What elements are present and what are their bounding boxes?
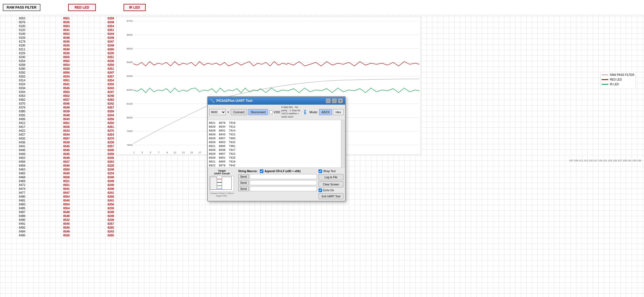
macro-input-1[interactable] <box>250 174 317 179</box>
ir-data-cell: 8265 <box>89 233 133 237</box>
legend-red-color <box>602 79 608 80</box>
raw-data-cell: 8459 <box>0 164 44 167</box>
scrollbar[interactable] <box>341 120 345 167</box>
raw-data-cell: 8076 <box>0 20 44 24</box>
red-data-cell: 8526 <box>44 233 89 237</box>
mode-label: Mode: <box>309 110 318 114</box>
ir-led-label: IR LED <box>124 4 146 11</box>
send-button-3[interactable]: Send <box>238 186 249 191</box>
help-icon[interactable]: ? <box>304 110 306 115</box>
close-button[interactable]: ✕ <box>338 98 343 103</box>
raw-data-cell: 8280 <box>0 67 44 71</box>
red-data-cell: 8540 <box>44 171 89 175</box>
svg-text:8500: 8500 <box>127 47 133 50</box>
ir-data-cell: 8265 <box>89 226 133 229</box>
raw-data-cell: 8254 <box>0 59 44 63</box>
red-data-cell: 8541 <box>44 82 89 86</box>
echo-on-checkbox[interactable] <box>319 188 322 192</box>
raw-data-cell: 8483 <box>0 202 44 206</box>
baud-rate-select[interactable]: 9600 19200 38400 57600 115200 <box>209 109 226 115</box>
red-data-cell: 8545 <box>44 40 89 43</box>
minimize-button[interactable]: ─ <box>326 98 331 103</box>
send-button-1[interactable]: Send <box>238 174 249 179</box>
x-axis-right-labels: 107 109 111 113 115 117 119 121 123 125 … <box>569 159 641 162</box>
append-crlf-checkbox[interactable] <box>260 169 263 173</box>
macro-row-3: Send <box>238 186 317 191</box>
ir-data-cell: 8234 <box>89 171 133 175</box>
chart-legend: RAW PASS FILTER RED LED IR LED <box>600 72 636 89</box>
svg-text:7: 7 <box>158 151 160 154</box>
raw-data-cell: 8472 <box>0 183 44 187</box>
maximize-button[interactable]: □ <box>332 98 337 103</box>
legend-ir-label: IR LED <box>610 83 619 86</box>
red-data-cell: 8539 <box>44 109 89 113</box>
raw-data-cell: 8456 <box>0 160 44 164</box>
append-crlf-label: Append CR+LF (x0D + x0A) <box>265 170 301 173</box>
macro-row-2: Send <box>238 180 317 185</box>
hex-mode-button[interactable]: Hex <box>333 109 343 115</box>
macro-input-3[interactable] <box>250 186 317 191</box>
uart-data-row: 8020 8053 7932 <box>209 141 340 144</box>
svg-text:17: 17 <box>198 151 201 154</box>
ir-data-cell: 8249 <box>89 175 133 179</box>
ir-data-cell: 8241 <box>89 198 133 202</box>
red-data-cell: 8533 <box>44 129 89 133</box>
legend-raw-color <box>602 74 608 75</box>
raw-data-cell: 8492 <box>0 226 44 229</box>
raw-pass-filter-label: RAW PASS FILTER <box>3 4 40 11</box>
exit-uart-button[interactable]: Exit UART Tool <box>319 193 343 199</box>
legend-ir: IR LED <box>602 83 634 86</box>
echo-on-row: Echo On <box>319 188 343 192</box>
uart-dialog: 🔧 PICkit2Plus UART Tool ─ □ ✕ 9600 19200… <box>207 96 346 202</box>
ir-data-cell: 8263 <box>89 160 133 164</box>
raw-data-cell: 8445 <box>0 148 44 152</box>
clear-screen-button[interactable]: Clear Screen <box>319 181 343 187</box>
uart-data-row: 8020 8057 7903 <box>209 137 340 141</box>
svg-text:1: 1 <box>133 151 135 154</box>
wrap-text-checkbox[interactable] <box>319 169 322 173</box>
red-data-cell: 8554 <box>44 63 89 67</box>
red-data-cell: 8521 <box>44 179 89 183</box>
vdd-checkbox[interactable] <box>269 110 273 114</box>
red-led-label: RED LED <box>68 4 96 11</box>
uart-icon: 🔧 <box>210 99 215 103</box>
red-data-cell: 8552 <box>44 94 89 98</box>
uart-data-row: 8020 8051 7925 <box>209 156 340 160</box>
circuit-caption: Connect PICkit 2 VDD & target VDD. <box>209 192 234 197</box>
disconnect-button[interactable]: Disconnect <box>248 109 268 115</box>
uart-data-row: 8020 8057 7922 <box>209 152 340 156</box>
red-data-cell: 8554 <box>44 206 89 210</box>
red-data-cell: 8528 <box>44 67 89 71</box>
log-to-file-button[interactable]: Log to File <box>319 174 343 180</box>
dialog-title-text: PICkit2Plus UART Tool <box>216 99 252 103</box>
red-data-cell: 8548 <box>44 210 89 214</box>
red-data-cell: 8532 <box>44 218 89 222</box>
legend-ir-color <box>602 84 608 85</box>
echo-on-label: Echo On <box>323 189 334 192</box>
ascii-mode-button[interactable]: ASCII <box>319 109 332 115</box>
red-data-cell: 8539 <box>44 140 89 144</box>
red-data-cell: 8551 <box>44 183 89 187</box>
svg-text:8400: 8400 <box>127 61 133 64</box>
wrap-text-label: Wrap Text <box>323 170 336 173</box>
raw-data-cell: 8159 <box>0 36 44 40</box>
connect-button[interactable]: Connect <box>231 109 247 115</box>
header-row: RAW PASS FILTER RED LED IR LED <box>0 0 644 15</box>
raw-data-cell: 8406 <box>0 117 44 121</box>
uart-data-row: 8020 8034 7912 <box>209 125 340 129</box>
dialog-body: 8021 8078 79188020 8034 79128020 8051 79… <box>208 120 345 167</box>
circuit-section: TargetUART Circuit VDD GND TX RX Connect… <box>209 169 234 199</box>
red-data-cell: 8547 <box>44 191 89 195</box>
uart-data-row: 8020 8038 7927 <box>209 148 340 152</box>
red-data-cell: 8563 <box>44 24 89 28</box>
raw-data-cell: 8385 <box>0 109 44 113</box>
vdd-label: VDD <box>274 110 280 114</box>
macro-input-2[interactable] <box>250 180 317 185</box>
raw-data-cell: 8417 <box>0 125 44 129</box>
raw-data-cell: 8178 <box>0 40 44 43</box>
raw-data-cell: 8495 <box>0 233 44 237</box>
raw-data-cell: 8441 <box>0 144 44 148</box>
red-data-cell: 8544 <box>44 133 89 136</box>
send-button-2[interactable]: Send <box>238 180 249 185</box>
red-data-cell: 8557 <box>44 98 89 102</box>
